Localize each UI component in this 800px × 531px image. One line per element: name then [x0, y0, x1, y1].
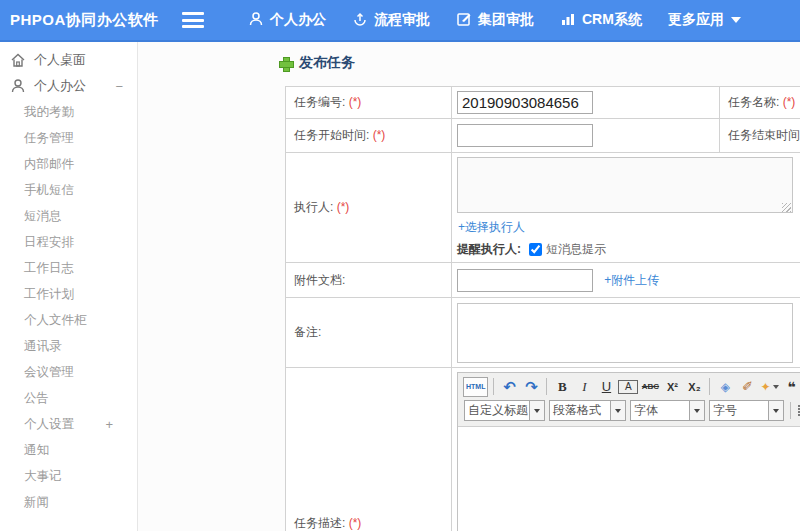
nav-label: 流程审批 [374, 11, 430, 29]
sidebar-item-label: 内部邮件 [24, 156, 74, 173]
superscript-button[interactable]: X² [662, 377, 682, 397]
eraser-icon[interactable]: ◈ [715, 377, 735, 397]
sidebar-item-label: 通讯录 [24, 338, 62, 355]
sidebar-item-personal-desktop[interactable]: 个人桌面 [0, 47, 137, 73]
sms-remind-checkbox[interactable] [529, 243, 542, 256]
sidebar-item-contacts[interactable]: 通讯录 [0, 333, 137, 359]
nav-flow-approval[interactable]: 流程审批 [352, 11, 430, 30]
redo-icon[interactable]: ↷ [521, 377, 541, 397]
sidebar-item-meeting-management[interactable]: 会议管理 [0, 359, 137, 385]
sidebar-item-internal-mail[interactable]: 内部邮件 [0, 151, 137, 177]
html-source-button[interactable]: HTML [463, 377, 488, 397]
undo-icon[interactable]: ↶ [499, 377, 519, 397]
attachment-label: 附件文档: [286, 263, 452, 298]
sidebar-item-task-management[interactable]: 任务管理 [0, 125, 137, 151]
sidebar-item-notice[interactable]: 通知 [0, 437, 137, 463]
task-number-input[interactable] [457, 91, 593, 114]
sidebar-item-personal-office[interactable]: 个人办公 − [0, 73, 137, 99]
nav-crm-system[interactable]: CRM系统 [560, 11, 642, 30]
attachment-cell: +附件上传 [452, 263, 800, 298]
sidebar-item-short-message[interactable]: 短消息 [0, 203, 137, 229]
remark-textarea[interactable] [457, 303, 793, 363]
rich-text-editor: HTML ↶ ↷ B I U A ABC X² [457, 372, 800, 531]
sidebar-item-label: 个人桌面 [34, 51, 86, 69]
editor-content-area[interactable] [458, 427, 800, 531]
table-row: 备注: [286, 298, 800, 368]
editor-toolbar: HTML ↶ ↷ B I U A ABC X² [458, 373, 800, 427]
caret-down-icon [610, 401, 625, 420]
table-row: 执行人: (*) +选择执行人 提醒执行人: 短消息提示 [286, 153, 800, 263]
italic-button[interactable]: I [574, 377, 594, 397]
font-background-button[interactable]: A [618, 380, 638, 394]
select-executor-link[interactable]: +选择执行人 [458, 219, 525, 236]
attachment-upload-link[interactable]: +附件上传 [604, 272, 659, 289]
sidebar-item-label: 通知 [24, 442, 49, 459]
sidebar-item-major-events[interactable]: 大事记 [0, 463, 137, 489]
main-content: 发布任务 任务编号: (*) 任务名称: (*) 任务开始时间: (*) [139, 42, 800, 531]
sidebar-item-mobile-sms[interactable]: 手机短信 [0, 177, 137, 203]
sidebar-item-schedule[interactable]: 日程安排 [0, 229, 137, 255]
nav-group-approval[interactable]: 集团审批 [456, 11, 534, 30]
sidebar-item-label: 会议管理 [24, 364, 74, 381]
table-row: 任务描述: (*) HTML ↶ ↷ B I [286, 368, 800, 531]
start-time-label: 任务开始时间: (*) [286, 119, 452, 153]
remark-label: 备注: [286, 298, 452, 368]
sidebar-item-announcement[interactable]: 公告 [0, 385, 137, 411]
expand-icon[interactable]: + [105, 417, 113, 432]
underline-button[interactable]: U [596, 377, 616, 397]
subscript-button[interactable]: X₂ [684, 377, 704, 397]
sidebar-item-news[interactable]: 新闻 [0, 489, 137, 515]
sidebar-item-personal-files[interactable]: 个人文件柜 [0, 307, 137, 333]
sidebar-item-label: 工作日志 [24, 260, 74, 277]
user-icon [10, 78, 26, 94]
task-description-label: 任务描述: (*) [286, 368, 452, 531]
sidebar-item-label: 个人办公 [34, 77, 86, 95]
caret-down-icon [731, 17, 741, 23]
edit-icon [456, 11, 478, 30]
start-time-input[interactable] [457, 124, 593, 147]
strikethrough-button[interactable]: ABC [640, 377, 660, 397]
caret-down-icon [689, 401, 704, 420]
table-row: 附件文档: +附件上传 [286, 263, 800, 298]
caret-down-icon [529, 401, 544, 420]
task-number-label: 任务编号: (*) [286, 87, 452, 119]
quick-format-icon[interactable]: ✦ [759, 377, 779, 397]
page-title-text: 发布任务 [299, 54, 355, 72]
bold-button[interactable]: B [552, 377, 572, 397]
sidebar-item-label: 任务管理 [24, 130, 74, 147]
home-icon [10, 52, 26, 68]
executor-cell: +选择执行人 提醒执行人: 短消息提示 [452, 153, 800, 263]
plus-icon [279, 57, 292, 70]
sidebar: 个人桌面 个人办公 − 我的考勤 任务管理 内部邮件 手机短信 短消息 日程安排… [0, 42, 138, 531]
sidebar-item-label: 日程安排 [24, 234, 74, 251]
sidebar-item-my-attendance[interactable]: 我的考勤 [0, 99, 137, 125]
executor-textarea[interactable] [457, 157, 793, 213]
sidebar-item-work-plan[interactable]: 工作计划 [0, 281, 137, 307]
custom-heading-dropdown[interactable]: 自定义标题 [464, 400, 545, 421]
nav-label: 更多应用 [668, 11, 724, 29]
font-family-dropdown[interactable]: 字体 [630, 400, 705, 421]
remark-cell [452, 298, 800, 368]
attachment-input[interactable] [457, 269, 593, 292]
resize-grip[interactable] [782, 203, 791, 212]
blockquote-icon[interactable]: ❝ [782, 377, 800, 397]
font-size-dropdown[interactable]: 字号 [709, 400, 784, 421]
bar-chart-icon [560, 11, 582, 30]
sidebar-item-label: 新闻 [24, 494, 49, 511]
table-row: 任务开始时间: (*) 任务结束时间: (*) [286, 119, 800, 153]
collapse-icon[interactable]: − [115, 79, 123, 94]
hamburger-menu-icon[interactable] [182, 12, 204, 28]
sidebar-item-label: 短消息 [24, 208, 62, 225]
nav-personal-office[interactable]: 个人办公 [248, 11, 326, 30]
publish-task-form: 任务编号: (*) 任务名称: (*) 任务开始时间: (*) 任务 [285, 86, 800, 531]
paragraph-format-dropdown[interactable]: 段落格式 [549, 400, 626, 421]
format-brush-icon[interactable]: ✐ [737, 377, 757, 397]
nav-more-apps[interactable]: 更多应用 [668, 11, 741, 29]
sidebar-item-work-log[interactable]: 工作日志 [0, 255, 137, 281]
sidebar-item-personal-settings[interactable]: 个人设置 + [0, 411, 137, 437]
nav-label: 个人办公 [270, 11, 326, 29]
nav-label: 集团审批 [478, 11, 534, 29]
user-icon [248, 11, 270, 30]
flow-icon [352, 11, 374, 30]
sidebar-item-label: 手机短信 [24, 182, 74, 199]
